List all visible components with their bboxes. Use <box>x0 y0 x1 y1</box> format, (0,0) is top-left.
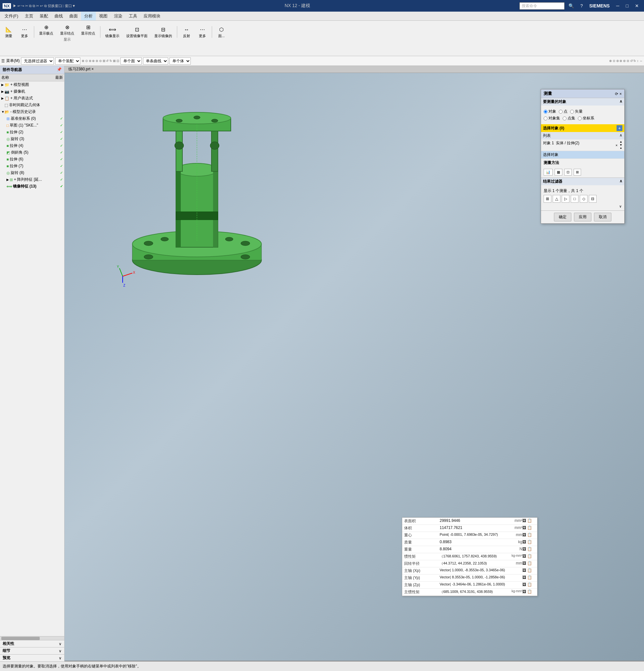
filter-collapse-icon[interactable]: ∧ <box>619 179 622 184</box>
menu-assembly[interactable]: 装配 <box>37 12 51 20</box>
filter-icon-5[interactable]: ◇ <box>580 195 588 203</box>
tree-item-pattern[interactable]: ▶ ⊞ + 阵列特征 [延... ✓ <box>0 176 64 183</box>
tree-item-extrude7[interactable]: ■ 拉伸 (7) ✓ <box>0 163 64 169</box>
ok-button[interactable]: 确定 <box>554 213 571 221</box>
method-btn3[interactable]: ⊡ <box>564 169 572 176</box>
cancel-button[interactable]: 取消 <box>594 213 611 221</box>
tree-item-extrude4[interactable]: ■ 拉伸 (4) ✓ <box>0 142 64 149</box>
close-button[interactable]: ✕ <box>632 2 641 10</box>
body-select[interactable]: 单个体 <box>169 58 191 65</box>
data-actions-8[interactable]: 🖼 📋 <box>522 575 535 581</box>
data-actions-3[interactable]: 🖼 📋 <box>522 540 535 545</box>
show-extreme-button[interactable]: ⊕ 显示极点 <box>36 22 56 37</box>
tree-item-extrude2[interactable]: ■ 拉伸 (2) ✓ <box>0 129 64 136</box>
tree-item-camera[interactable]: ▶ 📷 + 摄像机 <box>0 88 64 95</box>
menu-apps[interactable]: 应用模块 <box>140 12 164 20</box>
radio-object[interactable]: 对象 <box>544 109 556 114</box>
tree-item-model-history[interactable]: ▼ 📂 - 模型历史记录 <box>0 109 64 115</box>
filter-icon-4[interactable]: □ <box>571 195 579 203</box>
menu-file[interactable]: 文件(F) <box>1 12 22 20</box>
radio-object-input[interactable] <box>544 110 547 114</box>
method-btn4[interactable]: ⊞ <box>573 169 581 176</box>
show-mirror-button[interactable]: ⊟ 显示镜像的 <box>151 25 175 40</box>
viewport-canvas[interactable]: X Y Z 测量 ⟳ × 要测量的 <box>65 73 644 661</box>
data-actions-4[interactable]: 🖼 📋 <box>522 547 535 552</box>
scroll-thumb[interactable] <box>1 637 40 640</box>
filter-select[interactable]: 无选择过滤器 <box>21 58 54 65</box>
tree-item-model-views[interactable]: ▶ 📁 + 模型视图 <box>0 81 64 88</box>
mirror-display-button[interactable]: ⟺ 镜像显示 <box>102 25 122 40</box>
maximize-button[interactable]: □ <box>623 2 631 10</box>
section-collapse-icon[interactable]: ∧ <box>619 99 622 104</box>
assembly-select[interactable]: 单个装配 <box>55 58 80 65</box>
method-btn2[interactable]: ▦ <box>555 169 562 176</box>
data-actions-5[interactable]: 🖼 📋 <box>522 554 535 559</box>
tree-item-revolve8[interactable]: ◎ 旋转 (8) ✓ <box>0 169 64 176</box>
menu-text[interactable]: 菜单(M) <box>6 58 20 64</box>
list-row-2[interactable]: 选择对象 <box>541 151 624 159</box>
tree-item-datum[interactable]: ⊞ 基准坐标系 (0) ✓ <box>0 115 64 122</box>
list-row-1[interactable]: 对象 1 实体 / 拉伸(2) × ▲ ▼ ● <box>541 139 624 151</box>
tree-item-extrude6[interactable]: ■ 拉伸 (6) ✓ <box>0 156 64 163</box>
menu-tools[interactable]: 工具 <box>126 12 140 20</box>
filter-icon-2[interactable]: △ <box>553 195 560 203</box>
tree-item-chamfer5[interactable]: ◩ 倒斜角 (5) ✓ <box>0 149 64 156</box>
reflect-button[interactable]: ↔ 反射 <box>179 25 194 40</box>
viewport-tab-label[interactable]: 练习2380.prt × <box>68 66 93 72</box>
minimize-button[interactable]: ─ <box>614 2 622 10</box>
apply-button[interactable]: 应用 <box>574 213 591 221</box>
menu-surface[interactable]: 曲面 <box>66 12 81 20</box>
help-button[interactable]: ? <box>578 2 585 10</box>
data-actions-0[interactable]: 🖼 📋 <box>522 518 535 524</box>
tree-item-revolve3[interactable]: ◎ 旋转 (3) ✓ <box>0 136 64 142</box>
tree-item-mirror13[interactable]: ⟺ 镜像特征 (13) ✓ <box>0 183 64 190</box>
list-collapse-icon[interactable]: ∧ <box>619 133 622 138</box>
menu-analysis[interactable]: 分析 <box>81 12 96 20</box>
radio-objset[interactable]: 对象集 <box>544 116 560 121</box>
method-btn1[interactable]: 📊 <box>544 169 553 176</box>
filter-icon-3[interactable]: ▷ <box>562 195 569 203</box>
menu-render[interactable]: 渲染 <box>111 12 126 20</box>
panel-preview[interactable]: 预览 ∨ <box>0 654 64 661</box>
radio-coordsys[interactable]: 坐标系 <box>578 116 594 121</box>
search-button[interactable]: 🔍 <box>566 2 577 10</box>
row1-more-btn[interactable]: ● <box>619 147 622 150</box>
meas-refresh-btn[interactable]: ⟳ <box>615 92 618 96</box>
meas-close-btn[interactable]: × <box>619 92 622 96</box>
face-button[interactable]: ⬡ 面... <box>214 25 229 40</box>
data-actions-10[interactable]: 🖼 📋 <box>522 589 535 595</box>
tree-item-nontimestamp[interactable]: ⬚ 非时间戳记几何体 <box>0 102 64 109</box>
face-select[interactable]: 单个面 <box>121 58 142 65</box>
data-actions-1[interactable]: 🖼 📋 <box>522 526 535 531</box>
add-object-button[interactable]: + <box>617 125 622 131</box>
more2-button[interactable]: ⋯ 更多 <box>195 25 210 40</box>
remove-row1-btn[interactable]: × <box>616 140 618 150</box>
filter-icon-1[interactable]: ⊞ <box>544 195 551 203</box>
data-actions-7[interactable]: 🖼 📋 <box>522 568 535 573</box>
radio-ptset-input[interactable] <box>563 116 567 121</box>
row1-down-btn[interactable]: ▼ <box>619 144 622 147</box>
show-knots-button[interactable]: ⊗ 显示结点 <box>57 22 77 37</box>
radio-coordsys-input[interactable] <box>578 116 582 121</box>
measurement-title[interactable]: 测量 ⟳ × <box>541 89 624 98</box>
filter-icon-6[interactable]: ⊟ <box>589 195 596 203</box>
show-ctrl-button[interactable]: ⊞ 显示控点 <box>78 22 98 37</box>
menu-home[interactable]: 主页 <box>22 12 37 20</box>
menu-view[interactable]: 视图 <box>96 12 111 20</box>
curve-select[interactable]: 单条曲线 <box>143 58 168 65</box>
row1-up-btn[interactable]: ▲ <box>619 140 622 143</box>
radio-point[interactable]: 点 <box>559 109 568 114</box>
measure-button[interactable]: 📐 测量 <box>1 25 16 40</box>
data-actions-6[interactable]: 🖼 📋 <box>522 561 535 567</box>
menu-curve[interactable]: 曲线 <box>51 12 66 20</box>
sidebar-pin[interactable]: 📌 <box>57 67 62 73</box>
tree-item-sketch[interactable]: □ 草图 (1) "SKE..." ✓ <box>0 122 64 129</box>
data-actions-9[interactable]: 🖼 📋 <box>522 582 535 588</box>
more-button[interactable]: ⋯ 更多 <box>17 25 32 40</box>
viewport[interactable]: 练习2380.prt × <box>65 66 644 661</box>
panel-relevance[interactable]: 相关性 ∨ <box>0 640 64 647</box>
set-mirror-button[interactable]: ⊡ 设置镜像平面 <box>123 25 150 40</box>
sidebar-scrollbar[interactable] <box>0 636 64 640</box>
radio-vector[interactable]: 矢量 <box>570 109 583 114</box>
filter-more-btn[interactable]: ∨ <box>619 204 622 208</box>
